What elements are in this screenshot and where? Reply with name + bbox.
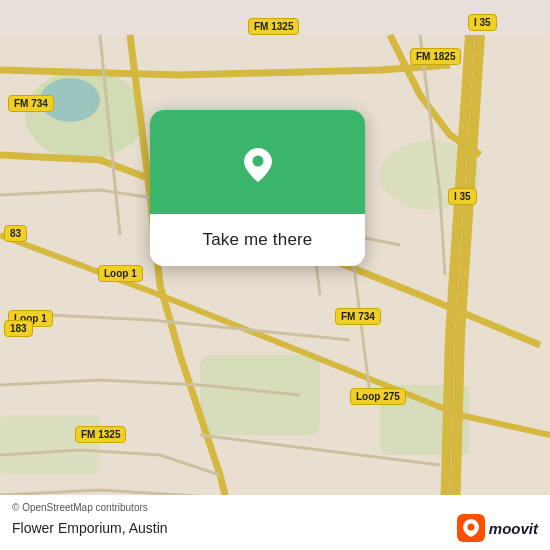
- road-label-fm1325-top: FM 1325: [248, 18, 299, 35]
- moovit-text: moovit: [489, 520, 538, 537]
- road-label-i35-mid: I 35: [448, 188, 477, 205]
- moovit-icon: [457, 514, 485, 542]
- road-label-fm734-bottom: FM 734: [335, 308, 381, 325]
- place-name: Flower Emporium, Austin: [12, 520, 168, 536]
- road-label-loop275: Loop 275: [350, 388, 406, 405]
- map-background: [0, 0, 550, 550]
- road-label-83: 83: [4, 225, 27, 242]
- svg-rect-3: [200, 355, 320, 435]
- svg-point-10: [467, 524, 474, 531]
- road-label-fm1825: FM 1825: [410, 48, 461, 65]
- road-label-loop1-left: Loop 1: [98, 265, 143, 282]
- map-container: I 35 FM 1325 FM 1825 FM 734 FM 734 I 35 …: [0, 0, 550, 550]
- bottom-info-row: Flower Emporium, Austin moovit: [12, 514, 538, 542]
- svg-rect-5: [0, 415, 100, 475]
- take-me-there-button[interactable]: Take me there: [150, 214, 365, 266]
- action-card: Take me there: [150, 110, 365, 266]
- card-header: [150, 110, 365, 214]
- location-pin-icon: [231, 138, 285, 192]
- svg-point-8: [252, 156, 263, 167]
- moovit-logo: moovit: [457, 514, 538, 542]
- road-label-fm734-left: FM 734: [8, 95, 54, 112]
- road-label-183: 183: [4, 320, 33, 337]
- road-label-i35-top: I 35: [468, 14, 497, 31]
- road-label-fm1325-bottom: FM 1325: [75, 426, 126, 443]
- map-attribution: © OpenStreetMap contributors: [12, 502, 538, 513]
- bottom-bar: © OpenStreetMap contributors Flower Empo…: [0, 495, 550, 550]
